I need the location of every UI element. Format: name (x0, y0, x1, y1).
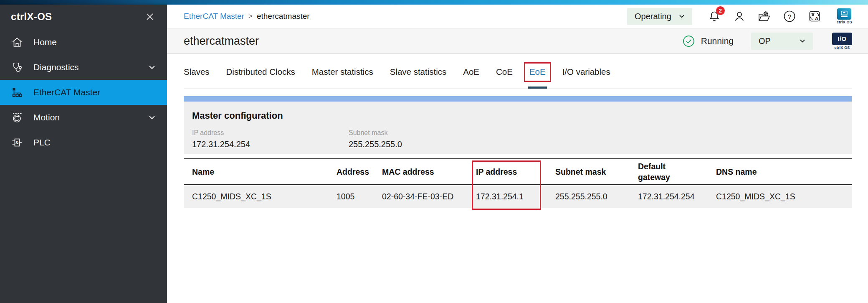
column-header-dns-name: DNS name (716, 167, 852, 177)
chevron-down-icon (799, 37, 806, 45)
operating-state-label: Operating (635, 12, 671, 21)
help-icon[interactable]: ? (782, 9, 797, 23)
svg-text:?: ? (788, 13, 791, 20)
sidebar-item-label: Motion (33, 112, 60, 122)
tab-eoe-label: EoE (529, 67, 546, 76)
status-check-icon (683, 35, 695, 47)
cell-ip-address: 172.31.254.1 (476, 192, 555, 201)
chevron-down-icon (147, 112, 157, 122)
cell-address: 1005 (337, 192, 382, 201)
column-header-default-gateway: Default gateway (638, 161, 716, 183)
tab-slave-statistics[interactable]: Slave statistics (390, 67, 447, 77)
ethercat-state-value: OP (759, 36, 771, 46)
config-field-ip-address: IP address 172.31.254.254 (192, 129, 349, 149)
ctrlx-os-logo[interactable]: ctrlX OS (837, 8, 852, 24)
main-content: EtherCAT Master > ethercatmaster Operati… (167, 5, 868, 303)
io-badge: I/O (832, 33, 852, 45)
sidebar-item-label: EtherCAT Master (33, 87, 100, 97)
notifications-bell-icon[interactable]: 2 (707, 9, 721, 23)
sidebar-item-motion[interactable]: Motion (0, 105, 167, 130)
language-translate-icon[interactable]: A (807, 9, 822, 23)
cell-subnet-mask: 255.255.255.0 (555, 192, 638, 201)
ethercat-state-dropdown[interactable]: OP (751, 33, 813, 50)
status-text: Running (701, 36, 734, 46)
table-header-row: Name Address MAC address IP address Subn… (184, 158, 852, 185)
tab-coe[interactable]: CoE (496, 67, 513, 77)
tab-io-variables[interactable]: I/O variables (562, 67, 610, 77)
sidebar-item-label: PLC (33, 137, 51, 148)
config-field-value: 172.31.254.254 (192, 140, 349, 149)
tab-master-statistics[interactable]: Master statistics (312, 67, 373, 77)
ctrlx-os-screen: ctrlX-OS Home (0, 0, 868, 303)
config-field-label: IP address (192, 129, 349, 137)
tab-aoe[interactable]: AoE (463, 67, 479, 77)
cell-dns-name: C1250_MIDS_XC_1S (716, 192, 852, 201)
sidebar: ctrlX-OS Home (0, 5, 167, 303)
sidebar-item-diagnostics[interactable]: Diagnostics (0, 55, 167, 80)
global-actions: Operating 2 (627, 8, 852, 25)
page-title: ethercatmaster (184, 35, 259, 48)
sidebar-item-label: Diagnostics (33, 62, 79, 72)
config-field-value: 255.255.255.0 (349, 140, 505, 149)
sidebar-item-label: Home (33, 37, 57, 47)
user-account-icon[interactable] (732, 9, 747, 23)
eoe-slave-table: Name Address MAC address IP address Subn… (184, 158, 852, 208)
tab-distributed-clocks[interactable]: Distributed Clocks (226, 67, 295, 77)
tab-bar: Slaves Distributed Clocks Master statist… (184, 54, 852, 89)
config-field-label: Subnet mask (349, 129, 505, 137)
breadcrumb-separator: > (248, 12, 253, 20)
progress-bar (184, 96, 852, 102)
cell-default-gateway: 172.31.254.254 (638, 192, 716, 201)
sidebar-item-plc[interactable]: & PLC (0, 130, 167, 155)
plc-icon: & (11, 136, 23, 149)
sidebar-header: ctrlX-OS (0, 5, 167, 29)
column-header-name: Name (184, 167, 337, 177)
sidebar-close-icon[interactable] (144, 10, 156, 23)
ethercat-icon (11, 86, 23, 99)
sidebar-item-home[interactable]: Home (0, 30, 167, 55)
svg-text:&: & (15, 140, 19, 145)
io-badge-caption: ctrlX OS (834, 46, 850, 50)
sidebar-nav: Home Diagnostics (0, 29, 167, 155)
app-manager-folder-icon[interactable] (757, 9, 772, 23)
breadcrumb: EtherCAT Master > ethercatmaster (184, 12, 310, 21)
column-header-subnet-mask: Subnet mask (555, 167, 638, 177)
app-title: ctrlX-OS (11, 11, 52, 23)
cell-name: C1250_MIDS_XC_1S (184, 192, 337, 201)
top-header-row: EtherCAT Master > ethercatmaster Operati… (167, 5, 868, 28)
page-header-actions: Running OP I/O ctrlX OS (683, 33, 852, 50)
bosch-supergraphic-bar (0, 0, 868, 5)
svg-text:A: A (815, 16, 818, 21)
master-configuration-panel: Master configuration IP address 172.31.2… (184, 102, 852, 154)
cell-mac-address: 02-60-34-FE-03-ED (382, 192, 476, 201)
column-header-mac-address: MAC address (382, 167, 476, 177)
notification-badge: 2 (716, 6, 725, 15)
chevron-down-icon (678, 13, 686, 20)
chevron-down-icon (147, 62, 157, 72)
active-tab-underline (528, 87, 547, 89)
master-configuration-heading: Master configuration (192, 110, 843, 121)
page-header-row: ethercatmaster Running OP I/O ctrlX OS (167, 28, 868, 54)
ctrlx-os-logo-caption: ctrlX OS (837, 20, 852, 24)
operating-state-dropdown[interactable]: Operating (627, 8, 692, 25)
column-header-ip-address: IP address (476, 167, 555, 177)
motion-icon (11, 111, 23, 124)
master-configuration-fields: IP address 172.31.254.254 Subnet mask 25… (192, 129, 843, 149)
tab-eoe[interactable]: EoE (529, 67, 546, 77)
ctrlx-os-logo-icon (837, 8, 851, 20)
breadcrumb-parent-link[interactable]: EtherCAT Master (184, 12, 244, 21)
io-app-logo: I/O ctrlX OS (832, 33, 852, 50)
sidebar-item-ethercat-master[interactable]: EtherCAT Master (0, 80, 167, 105)
breadcrumb-current: ethercatmaster (257, 12, 310, 21)
home-icon (11, 36, 23, 48)
column-header-address: Address (337, 167, 382, 177)
table-row[interactable]: C1250_MIDS_XC_1S 1005 02-60-34-FE-03-ED … (184, 185, 852, 208)
tab-slaves[interactable]: Slaves (184, 67, 210, 77)
config-field-subnet-mask: Subnet mask 255.255.255.0 (349, 129, 505, 149)
diagnostics-icon (11, 61, 23, 74)
